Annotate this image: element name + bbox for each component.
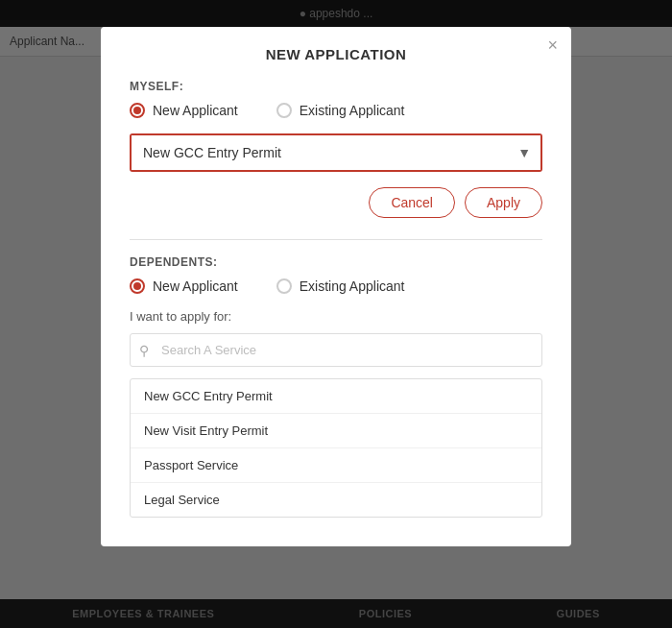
modal-dialog: × NEW APPLICATION MYSELF: New Applicant … <box>101 27 571 546</box>
myself-existing-applicant-radio[interactable] <box>276 103 292 118</box>
myself-radio-group: New Applicant Existing Applicant <box>130 103 542 118</box>
myself-new-applicant-option[interactable]: New Applicant <box>130 103 238 118</box>
modal-title: NEW APPLICATION <box>130 46 542 62</box>
myself-new-applicant-label: New Applicant <box>153 103 238 118</box>
myself-action-buttons: Cancel Apply <box>130 187 542 218</box>
myself-existing-applicant-label: Existing Applicant <box>300 103 405 118</box>
section-divider <box>130 239 542 240</box>
list-item[interactable]: Legal Service <box>131 483 541 517</box>
list-item[interactable]: New GCC Entry Permit <box>131 379 541 414</box>
dependents-existing-applicant-label: Existing Applicant <box>300 278 405 294</box>
search-icon: ⚲ <box>139 343 149 358</box>
dependents-section-label: DEPENDENTS: <box>130 255 542 269</box>
search-input[interactable] <box>130 333 542 367</box>
apply-button[interactable]: Apply <box>465 187 542 218</box>
dependents-new-applicant-radio[interactable] <box>130 278 145 294</box>
myself-new-applicant-radio[interactable] <box>130 103 145 118</box>
myself-existing-applicant-option[interactable]: Existing Applicant <box>276 103 405 118</box>
dependents-existing-applicant-radio[interactable] <box>276 278 292 294</box>
list-item[interactable]: Passport Service <box>131 448 541 483</box>
search-wrapper: ⚲ <box>130 333 542 367</box>
service-dropdown[interactable]: New GCC Entry Permit New Visit Entry Per… <box>132 135 540 170</box>
dependents-radio-group: New Applicant Existing Applicant <box>130 278 542 294</box>
dependents-new-applicant-option[interactable]: New Applicant <box>130 278 238 294</box>
service-list: New GCC Entry Permit New Visit Entry Per… <box>130 378 542 518</box>
list-item[interactable]: New Visit Entry Permit <box>131 414 541 448</box>
dependents-existing-applicant-option[interactable]: Existing Applicant <box>276 278 405 294</box>
cancel-button[interactable]: Cancel <box>369 187 455 218</box>
close-button[interactable]: × <box>547 36 558 54</box>
modal-overlay: × NEW APPLICATION MYSELF: New Applicant … <box>0 0 672 628</box>
apply-for-label: I want to apply for: <box>130 309 542 324</box>
service-dropdown-wrapper: New GCC Entry Permit New Visit Entry Per… <box>130 133 542 172</box>
dependents-new-applicant-label: New Applicant <box>153 278 238 294</box>
myself-section-label: MYSELF: <box>130 80 542 93</box>
